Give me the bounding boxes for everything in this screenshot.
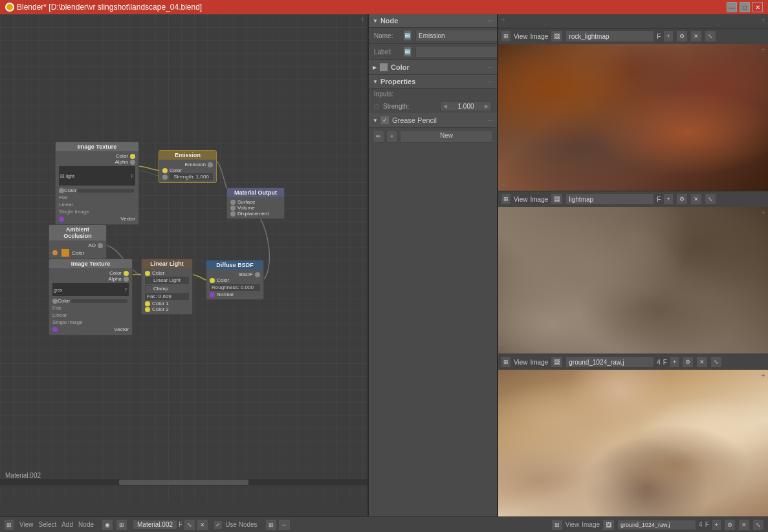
status-right-img-icon[interactable]: 🖼: [602, 519, 615, 531]
node-it1-linear-row: Linear: [59, 201, 135, 208]
node-canvas[interactable]: Image Texture Color Alpha 🖼 light F: [0, 14, 368, 501]
node-bsdf-normal-row: Normal: [210, 292, 260, 297]
status-extra-btn2[interactable]: ↔: [278, 519, 291, 531]
status-view-icon[interactable]: ⊞: [4, 519, 14, 531]
grease-pencil-title: Grease Pencil: [392, 116, 437, 124]
img-panel2-image[interactable]: Image: [531, 196, 549, 203]
socket-bsdf-color-in: [210, 278, 215, 283]
img-panel3-plus-btn[interactable]: +: [670, 356, 679, 368]
node-scroll-thumb[interactable]: [119, 480, 248, 485]
img-panel2-img-icon[interactable]: 🖼: [551, 193, 563, 205]
gp-pencil-button[interactable]: ✏: [373, 130, 384, 143]
material-name-badge[interactable]: Material.002: [133, 520, 177, 529]
img2-corner-plus-tr: +: [761, 208, 765, 217]
img-panel3-view[interactable]: View: [514, 359, 528, 366]
gp-add-button[interactable]: +: [386, 130, 398, 143]
use-nodes-checkbox[interactable]: ✓: [214, 520, 223, 529]
img-panel3-name-input[interactable]: [565, 356, 654, 368]
node-material-output-content: Surface Volume Displacement: [227, 197, 284, 218]
status-right-plus-btn[interactable]: +: [712, 519, 721, 531]
node-bsdf-roughness[interactable]: Roughness: 0.000: [210, 284, 260, 291]
strength-field[interactable]: ◀ 1.000 ▶: [440, 101, 492, 111]
status-extra-btn1[interactable]: ⊞: [265, 519, 277, 531]
status-add-label[interactable]: Add: [61, 521, 73, 528]
status-fit-btn[interactable]: ⤡: [184, 519, 195, 531]
socket-it2-color-in: [52, 299, 58, 304]
img-panel3-settings-btn[interactable]: ⚙: [682, 356, 694, 368]
minimize-button[interactable]: —: [727, 2, 737, 12]
socket-emission-out: [208, 162, 213, 167]
properties-section-header[interactable]: ▼ Properties ···: [369, 75, 497, 89]
img-panel1-settings-btn[interactable]: ⚙: [676, 30, 688, 42]
node-scrollbar[interactable]: [0, 479, 368, 485]
node-ambient-occlusion[interactable]: Ambient Occlusion AO Color: [49, 224, 107, 260]
node-section-header[interactable]: ▼ Node ···: [369, 14, 497, 28]
status-right-settings-btn[interactable]: ⚙: [724, 519, 736, 531]
img-panel1-img-icon[interactable]: 🖼: [551, 30, 563, 42]
node-ll-clamp: Clamp: [145, 284, 189, 292]
gp-section-dots: ···: [488, 117, 493, 124]
status-right-close-btn[interactable]: ✕: [738, 519, 750, 531]
status-view-label[interactable]: View: [19, 521, 34, 528]
gp-section-arrow: ▼: [373, 118, 378, 123]
socket-it1-color-in: [59, 188, 64, 193]
img-panel3-image[interactable]: Image: [531, 359, 549, 366]
img-panel1-view[interactable]: View: [514, 33, 528, 40]
status-right-image[interactable]: Image: [582, 521, 600, 528]
node-material-output[interactable]: Material Output Surface Volume Displacem…: [226, 187, 285, 219]
label-input[interactable]: [415, 46, 498, 58]
img-panel2-settings-btn[interactable]: ⚙: [676, 193, 688, 205]
gp-checkbox[interactable]: ✓: [380, 116, 389, 125]
img-panel3-close-btn[interactable]: ✕: [696, 356, 708, 368]
node-linear-light[interactable]: Linear Light Color Linear Light Clamp Fa…: [141, 259, 193, 315]
status-extra-icons: ⊞ ↔: [265, 519, 291, 531]
color-swatch: [379, 63, 388, 72]
img-panel2-name-input[interactable]: [565, 193, 654, 205]
img-panel1-plus-btn[interactable]: +: [663, 30, 673, 42]
color-section-header[interactable]: ▶ Color ···: [369, 60, 497, 75]
img-panel1-expand-btn[interactable]: ⤡: [705, 30, 716, 42]
grease-pencil-section-header[interactable]: ▼ ✓ Grease Pencil ···: [369, 113, 497, 128]
img-panel1-name-input[interactable]: [565, 30, 654, 42]
img-panel3-expand-btn[interactable]: ⤡: [710, 356, 722, 368]
node-ll-color-row: Color: [145, 270, 189, 276]
status-sphere-icon[interactable]: ◉: [102, 519, 113, 531]
gp-new-button[interactable]: New: [400, 130, 493, 143]
node-emission[interactable]: Emission Emission Color Strength: 1.000: [159, 150, 217, 183]
status-right-view[interactable]: View: [565, 521, 580, 528]
node-image-texture-2[interactable]: Image Texture Color Alpha grss F: [49, 259, 133, 335]
status-right-monitor-icon[interactable]: ⊞: [551, 519, 563, 531]
node-it1-image-slot[interactable]: 🖼 light F: [59, 166, 135, 186]
status-render-btn[interactable]: ✕: [197, 519, 208, 531]
img-panel1-close-btn[interactable]: ✕: [690, 30, 702, 42]
img-panel2-plus-btn[interactable]: +: [663, 193, 673, 205]
title-bar-controls[interactable]: — □ ✕: [727, 2, 763, 12]
node-editor[interactable]: Image Texture Color Alpha 🖼 light F: [0, 14, 369, 516]
img-panel3-monitor-icon[interactable]: ⊞: [501, 356, 511, 368]
node-image-texture-1[interactable]: Image Texture Color Alpha 🖼 light F: [55, 142, 139, 225]
node-ll-value[interactable]: Linear Light: [145, 277, 189, 284]
status-grid-icon[interactable]: ⊞: [116, 519, 127, 531]
socket-emission-color-in: [162, 168, 168, 173]
img-panel2-view[interactable]: View: [514, 196, 528, 203]
maximize-button[interactable]: □: [740, 2, 750, 12]
status-select-label[interactable]: Select: [39, 521, 57, 528]
name-input[interactable]: [415, 30, 498, 41]
img-panel3-img-icon[interactable]: 🖼: [551, 356, 563, 368]
img-panel1-monitor-icon[interactable]: ⊞: [501, 30, 511, 42]
status-right-expand-btn[interactable]: ⤡: [752, 519, 764, 531]
node-it2-image-slot[interactable]: grss F: [52, 283, 129, 296]
img-panel2-monitor-icon[interactable]: ⊞: [501, 193, 511, 205]
img-toolbar-2: ⊞ View Image 🖼 F + ⚙ ✕ ⤡: [498, 191, 768, 207]
corner-plus-img-tr: +: [761, 16, 765, 25]
status-node-label[interactable]: Node: [78, 521, 94, 528]
close-button[interactable]: ✕: [752, 2, 763, 12]
img-panel1-image[interactable]: Image: [531, 33, 549, 40]
socket-mo-displace-in: [230, 211, 236, 217]
img-panel2-close-btn[interactable]: ✕: [690, 193, 702, 205]
node-image-texture-2-content: Color Alpha grss F Color: [49, 268, 132, 335]
node-diffuse-bsdf[interactable]: Diffuse BSDF BSDF Color Roughness: 0.000…: [206, 260, 264, 300]
img-panel2-expand-btn[interactable]: ⤡: [705, 193, 716, 205]
node-ll-fac[interactable]: Fac: 0.609: [145, 293, 189, 300]
status-right-img-name[interactable]: [617, 520, 696, 530]
